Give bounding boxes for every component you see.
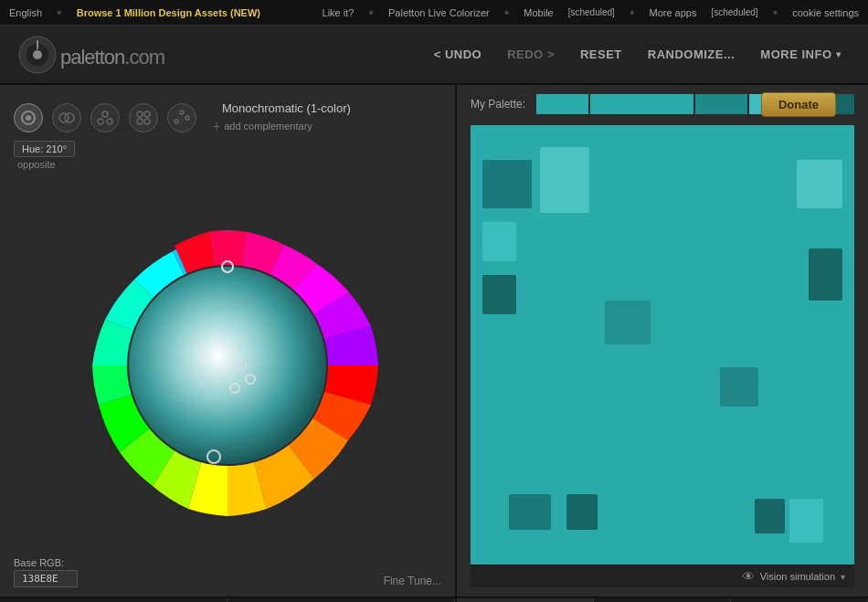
preview-block — [540, 147, 590, 213]
mobile-scheduled: [scheduled] — [568, 7, 615, 17]
color-mode-selectors: Monochromatic (1-color) add complementar… — [14, 101, 441, 133]
palette-swatch-2[interactable] — [590, 94, 693, 114]
browse-link[interactable]: Browse 1 Million Design Assets (NEW) — [77, 7, 260, 18]
mode-label: Monochromatic (1-color) — [222, 101, 351, 115]
language-selector[interactable]: English — [9, 7, 42, 18]
preview-block — [809, 248, 843, 301]
randomize-button[interactable]: RANDOMIZE... — [639, 44, 745, 65]
main-content: Monochromatic (1-color) add complementar… — [0, 85, 868, 597]
tetrad-mode-button[interactable] — [129, 103, 158, 132]
my-palette-label: My Palette: — [471, 98, 525, 111]
hue-display: Hue: 210° opposite — [14, 141, 441, 170]
svg-point-12 — [144, 111, 150, 117]
like-it[interactable]: Like it? — [323, 7, 355, 18]
triad-icon — [96, 109, 114, 127]
vision-label: Vision simulation — [760, 571, 835, 582]
preview-block — [755, 499, 786, 533]
svg-point-14 — [144, 119, 150, 124]
mobile-link[interactable]: Mobile — [524, 7, 553, 18]
colors-tab[interactable]: COLORS — [0, 598, 228, 602]
preview-wrapper — [471, 125, 854, 565]
triad-mode-button[interactable] — [90, 103, 120, 132]
reset-button[interactable]: RESET — [571, 44, 631, 65]
tetrad-icon — [134, 109, 153, 127]
header-actions: < UNDO REDO > RESET RANDOMIZE... MORE IN… — [425, 44, 850, 65]
free-icon — [173, 109, 191, 127]
live-colorizer[interactable]: Paletton Live Colorizer — [388, 7, 490, 18]
eye-icon: 👁 — [742, 569, 755, 584]
bottom-tabs: COLORS PRESETS PREVIEW ▾ EXAMPLES... TAB… — [0, 597, 868, 602]
color-wheel-svg[interactable] — [72, 210, 383, 521]
undo-button[interactable]: < UNDO — [425, 44, 491, 65]
base-rgb-label: Base RGB: — [14, 557, 78, 568]
svg-point-9 — [98, 119, 103, 124]
more-apps-link[interactable]: More apps — [649, 7, 696, 18]
logo: paletton.com — [18, 36, 425, 74]
donate-button[interactable]: Donate — [761, 92, 836, 117]
svg-point-7 — [65, 113, 74, 122]
left-tabs: COLORS PRESETS — [0, 598, 457, 602]
color-wheel[interactable] — [72, 210, 383, 521]
preview-tab[interactable]: PREVIEW ▾ — [457, 598, 594, 602]
preview-block — [605, 301, 651, 344]
examples-tab[interactable]: EXAMPLES... — [594, 598, 731, 602]
svg-point-10 — [107, 119, 112, 124]
svg-point-17 — [185, 116, 189, 120]
apps-scheduled: [scheduled] — [711, 7, 757, 17]
right-panel: My Palette: — [457, 85, 868, 597]
svg-point-13 — [137, 119, 143, 124]
logo-text: paletton.com — [60, 37, 164, 71]
mono-icon — [19, 109, 37, 127]
color-wheel-container[interactable] — [14, 177, 441, 554]
svg-point-8 — [102, 111, 108, 117]
more-info-chevron: ▾ — [836, 49, 842, 59]
cookie-settings[interactable]: cookie settings — [792, 7, 859, 18]
donate-area: Donate — [747, 85, 850, 117]
preview-block — [566, 494, 598, 529]
svg-point-15 — [180, 111, 184, 114]
base-rgb-section: Base RGB: 138E8E — [14, 557, 78, 587]
preview-area[interactable] — [471, 125, 854, 565]
palette-swatch-3[interactable] — [695, 94, 747, 114]
preview-block — [797, 160, 842, 208]
preview-block — [720, 367, 758, 407]
right-tabs: PREVIEW ▾ EXAMPLES... TABLES / EXPORT... — [457, 598, 868, 602]
preview-block — [509, 494, 551, 529]
svg-point-16 — [175, 120, 178, 123]
svg-point-11 — [137, 111, 143, 117]
logo-icon — [18, 36, 57, 74]
add-complementary-button[interactable]: add complementary — [213, 119, 351, 133]
hue-value: Hue: 210° — [14, 141, 75, 157]
opposite-label: opposite — [17, 159, 441, 170]
header: paletton.com < UNDO REDO > RESET RANDOMI… — [0, 26, 868, 85]
svg-point-2 — [33, 50, 42, 59]
svg-point-20 — [129, 267, 326, 464]
preview-block — [789, 499, 824, 543]
vision-chevron[interactable]: ▾ — [841, 572, 845, 582]
preview-block — [482, 275, 517, 314]
vision-simulation-row: 👁 Vision simulation ▾ — [471, 565, 854, 587]
tables-tab[interactable]: TABLES / EXPORT... — [731, 598, 868, 602]
left-panel: Monochromatic (1-color) add complementar… — [0, 85, 457, 597]
fine-tune-button[interactable]: Fine Tune... — [384, 575, 441, 587]
adjacent-mode-button[interactable] — [52, 103, 81, 132]
preview-block — [482, 160, 533, 208]
palette-swatch-1[interactable] — [536, 94, 588, 114]
preview-block — [482, 222, 517, 261]
base-rgb-input[interactable]: 138E8E — [14, 570, 78, 587]
more-info-button[interactable]: MORE INFO ▾ — [751, 44, 850, 65]
presets-tab[interactable]: PRESETS — [228, 598, 455, 602]
mono-mode-button[interactable] — [14, 103, 43, 132]
free-mode-button[interactable] — [167, 103, 196, 132]
svg-point-5 — [26, 115, 31, 121]
redo-button[interactable]: REDO > — [498, 44, 564, 65]
adjacent-icon — [58, 109, 76, 127]
top-navigation: English • Browse 1 Million Design Assets… — [0, 0, 868, 26]
